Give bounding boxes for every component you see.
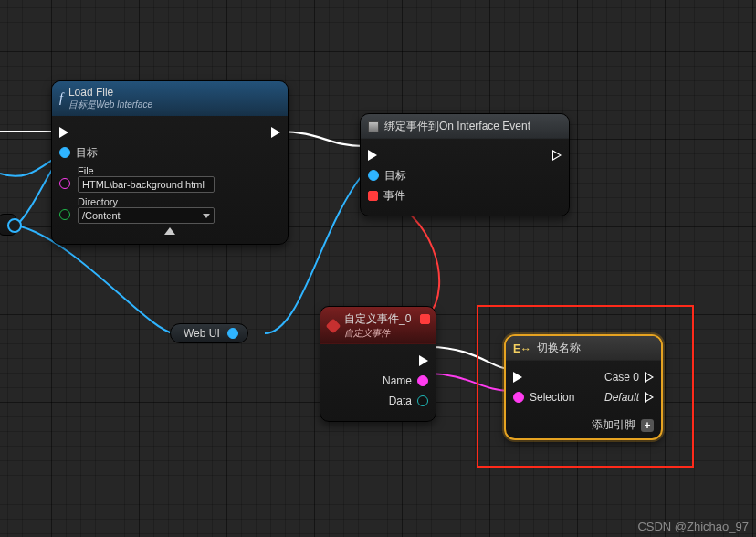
name-label: Name (383, 374, 412, 387)
exec-in-pin[interactable] (59, 127, 68, 138)
title-text: 自定义事件_0 (344, 311, 411, 327)
directory-value: /Content (82, 210, 121, 221)
event-label: 事件 (383, 188, 405, 204)
subtitle-text: 自定义事件 (344, 327, 411, 340)
node-title: f Load File 目标是Web Interface (52, 81, 288, 116)
variable-web-ui[interactable]: Web UI (170, 323, 248, 343)
watermark: CSDN @Zhichao_97 (637, 520, 749, 533)
node-load-file[interactable]: f Load File 目标是Web Interface 目标 File Dir… (51, 80, 289, 245)
expand-icon[interactable] (164, 227, 175, 235)
file-pin[interactable] (59, 178, 70, 189)
variable-out-pin[interactable] (227, 328, 238, 339)
target-label: 目标 (76, 145, 98, 161)
data-label: Data (389, 395, 412, 407)
node-bind-event[interactable]: 绑定事件到On Interface Event 目标 事件 (360, 113, 570, 216)
target-label: 目标 (384, 168, 406, 184)
target-pin[interactable] (59, 147, 70, 158)
data-out-pin[interactable] (417, 395, 428, 406)
exec-out-pin[interactable] (419, 355, 428, 366)
file-input[interactable] (78, 176, 215, 193)
event-binder-icon (368, 121, 379, 132)
node-title: 绑定事件到On Interface Event (361, 114, 569, 139)
selection-rectangle (477, 305, 694, 468)
exec-in-pin[interactable] (368, 150, 377, 161)
name-out-pin[interactable] (417, 375, 428, 386)
reroute-knot[interactable] (7, 218, 22, 233)
title-text: 绑定事件到On Interface Event (384, 119, 530, 134)
exec-out-pin[interactable] (271, 127, 280, 138)
title-text: Load File (68, 86, 152, 99)
variable-label: Web UI (184, 327, 220, 340)
node-title: 自定义事件_0 自定义事件 (320, 307, 436, 344)
directory-pin[interactable] (59, 209, 70, 220)
file-label: File (78, 165, 215, 176)
exec-out-pin[interactable] (552, 150, 562, 161)
function-icon: f (59, 91, 63, 106)
directory-label: Directory (78, 196, 215, 207)
custom-event-icon (326, 318, 341, 333)
delegate-out-pin[interactable] (420, 314, 430, 324)
event-pin[interactable] (368, 191, 378, 201)
node-custom-event[interactable]: 自定义事件_0 自定义事件 Name Data (320, 306, 436, 422)
chevron-down-icon (203, 214, 210, 218)
target-pin[interactable] (368, 170, 379, 181)
directory-dropdown[interactable]: /Content (78, 207, 215, 224)
subtitle-text: 目标是Web Interface (68, 99, 152, 111)
